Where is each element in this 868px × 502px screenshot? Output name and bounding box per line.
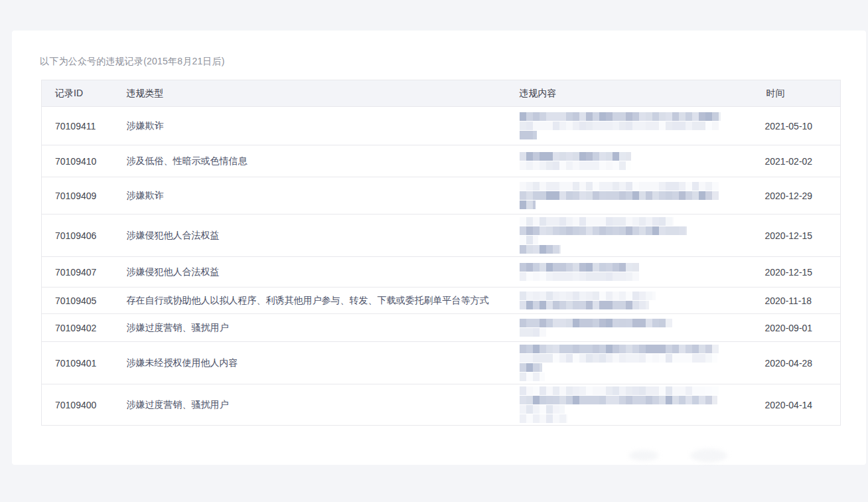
table-row: 70109407涉嫌侵犯他人合法权益2020-12-15 <box>42 257 841 288</box>
table-row: 70109402涉嫌过度营销、骚扰用户2020-09-01 <box>42 314 841 342</box>
violation-content-cell <box>506 107 753 145</box>
table-row: 70109410涉及低俗、性暗示或色情信息2021-02-02 <box>42 145 841 177</box>
violation-records-table: 记录ID 违规类型 违规内容 时间 70109411涉嫌欺诈2021-05-10… <box>41 80 841 426</box>
violation-content-cell <box>506 288 753 314</box>
violation-type-cell: 涉及低俗、性暗示或色情信息 <box>113 145 506 177</box>
time-cell: 2020-12-15 <box>753 257 841 288</box>
redacted-content-mosaic <box>520 152 753 170</box>
violation-type-cell: 涉嫌未经授权使用他人内容 <box>113 342 506 384</box>
table-row: 70109400涉嫌过度营销、骚扰用户2020-04-14 <box>42 384 841 426</box>
record-id-cell: 70109409 <box>42 177 113 214</box>
record-id-cell: 70109402 <box>42 314 113 342</box>
record-id-cell: 70109407 <box>42 257 113 288</box>
header-record-id: 记录ID <box>42 80 113 107</box>
redacted-content-mosaic <box>520 182 753 209</box>
table-row: 70109409涉嫌欺诈2020-12-29 <box>42 177 841 214</box>
violation-content-cell <box>506 177 753 214</box>
record-id-cell: 70109410 <box>42 145 113 177</box>
redacted-content-mosaic <box>520 263 753 281</box>
record-id-cell: 70109406 <box>42 214 113 257</box>
table-header-row: 记录ID 违规类型 违规内容 时间 <box>42 80 841 107</box>
time-cell: 2020-11-18 <box>753 288 841 314</box>
time-cell: 2021-05-10 <box>753 107 841 145</box>
redacted-content-mosaic <box>520 217 753 254</box>
table-row: 70109406涉嫌侵犯他人合法权益2020-12-15 <box>42 214 841 257</box>
redacted-content-mosaic <box>520 319 753 337</box>
record-id-cell: 70109405 <box>42 288 113 314</box>
violation-table-body: 70109411涉嫌欺诈2021-05-1070109410涉及低俗、性暗示或色… <box>42 107 841 426</box>
violation-type-cell: 涉嫌过度营销、骚扰用户 <box>113 314 506 342</box>
time-cell: 2020-04-28 <box>753 342 841 384</box>
violation-content-cell <box>506 384 753 426</box>
table-row: 70109411涉嫌欺诈2021-05-10 <box>42 107 841 145</box>
redacted-content-mosaic <box>520 292 753 309</box>
records-card: 以下为公众号的违规记录(2015年8月21日后) 记录ID 违规类型 违规内容 … <box>12 31 866 465</box>
violation-type-cell: 涉嫌欺诈 <box>113 177 506 214</box>
time-cell: 2020-12-15 <box>753 214 841 257</box>
time-cell: 2021-02-02 <box>753 145 841 177</box>
record-id-cell: 70109401 <box>42 342 113 384</box>
header-time: 时间 <box>753 80 841 107</box>
header-violation-type: 违规类型 <box>113 80 506 107</box>
record-id-cell: 70109411 <box>42 107 113 145</box>
time-cell: 2020-04-14 <box>753 384 841 426</box>
page-title: 以下为公众号的违规记录(2015年8月21日后) <box>40 56 225 68</box>
violation-content-cell <box>506 314 753 342</box>
violation-content-cell <box>506 342 753 384</box>
blur-artifact <box>629 450 658 461</box>
violation-type-cell: 存在自行或协助他人以拟人程序、利诱其他用户参与、转发、下载或委托刷单平台等方式 <box>113 288 506 314</box>
violation-content-cell <box>506 214 753 257</box>
table-row: 70109401涉嫌未经授权使用他人内容2020-04-28 <box>42 342 841 384</box>
violation-type-cell: 涉嫌侵犯他人合法权益 <box>113 257 506 288</box>
blur-artifact <box>690 449 727 462</box>
record-id-cell: 70109400 <box>42 384 113 426</box>
violation-type-cell: 涉嫌过度营销、骚扰用户 <box>113 384 506 426</box>
redacted-content-mosaic <box>520 345 753 381</box>
redacted-content-mosaic <box>520 112 753 139</box>
violation-content-cell <box>506 145 753 177</box>
violation-content-cell <box>506 257 753 288</box>
time-cell: 2020-12-29 <box>753 177 841 214</box>
violation-type-cell: 涉嫌侵犯他人合法权益 <box>113 214 506 257</box>
time-cell: 2020-09-01 <box>753 314 841 342</box>
header-violation-content: 违规内容 <box>506 80 753 107</box>
table-row: 70109405存在自行或协助他人以拟人程序、利诱其他用户参与、转发、下载或委托… <box>42 288 841 314</box>
redacted-content-mosaic <box>520 386 753 423</box>
violation-type-cell: 涉嫌欺诈 <box>113 107 506 145</box>
